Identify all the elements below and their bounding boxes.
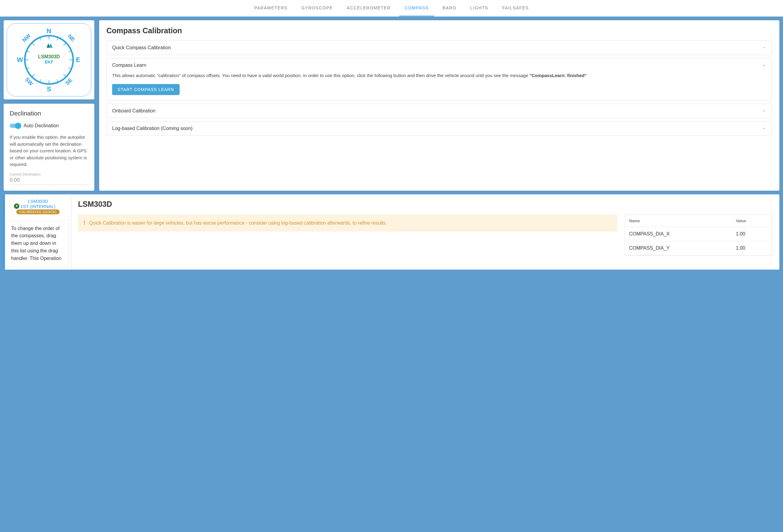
calibration-card: Compass Calibration Quick Compass Calibr… xyxy=(99,20,779,191)
svg-text:E: E xyxy=(76,56,81,63)
accordion-title-quick: Quick Compass Calibration xyxy=(112,45,171,51)
auto-declination-label: Auto Declination xyxy=(24,123,59,128)
svg-line-8 xyxy=(63,74,66,77)
tab-lights[interactable]: LIGHTS xyxy=(465,0,494,16)
accordion-log-based-calibration: Log-based Calibration (Coming soon) xyxy=(106,121,772,136)
calibration-warning: ! Quick Calibration is easier for large … xyxy=(78,215,617,231)
accordion-quick-calibration: Quick Compass Calibration xyxy=(106,40,772,55)
declination-description: If you enable this option, the autopilot… xyxy=(10,134,88,168)
current-declination-label: Current Declination xyxy=(10,172,88,177)
accordion-header-onboard[interactable]: Onboard Calibration xyxy=(107,104,772,118)
declination-card: Declination Auto Declination If you enab… xyxy=(4,104,94,191)
compass-calibration-pill: CALIBRATED (QUICK) xyxy=(16,210,59,214)
tab-failsafes[interactable]: FAILSAFES xyxy=(497,0,534,16)
compass-list-item[interactable]: ⋮⋮ LSM303D 1ST (INTERNAL) CALIBRATED (QU… xyxy=(7,197,69,216)
compass-list: ⋮⋮ LSM303D 1ST (INTERNAL) CALIBRATED (QU… xyxy=(5,194,71,270)
svg-line-5 xyxy=(32,42,34,45)
accordion-title-logbased: Log-based Calibration (Coming soon) xyxy=(112,126,193,131)
accordion-header-quick[interactable]: Quick Compass Calibration xyxy=(107,41,772,55)
compass-detail-title: LSM303D xyxy=(78,200,773,209)
warning-icon: ! xyxy=(84,219,86,226)
svg-text:NE: NE xyxy=(66,33,76,43)
svg-line-6 xyxy=(63,42,66,45)
current-declination-value: 0.00 xyxy=(10,177,88,185)
svg-text:NW: NW xyxy=(21,33,32,43)
calibration-title: Compass Calibration xyxy=(106,26,772,35)
tabs-bar: PARAMETERS GYROSCOPE ACCELEROMETER COMPA… xyxy=(0,0,783,17)
table-header-value: Value xyxy=(731,215,773,227)
param-name: COMPASS_DIA_Y xyxy=(625,241,731,255)
chevron-down-icon xyxy=(762,126,766,131)
compass-detail: LSM303D ! Quick Calibration is easier fo… xyxy=(71,194,779,270)
tab-parameters[interactable]: PARAMETERS xyxy=(249,0,293,16)
sidebar: N S W E NW NE SW SE LSM303D xyxy=(4,20,94,191)
chevron-down-icon xyxy=(762,109,766,113)
accordion-header-learn[interactable]: Compass Learn xyxy=(107,58,772,72)
main-area: N S W E NW NE SW SE LSM303D xyxy=(0,17,783,273)
warning-text: Quick Calibration is easier for large ve… xyxy=(89,219,387,227)
compass-visual-card: N S W E NW NE SW SE LSM303D xyxy=(4,20,94,99)
chevron-up-icon xyxy=(762,63,766,67)
tab-accelerometer[interactable]: ACCELEROMETER xyxy=(341,0,396,16)
accordion-body-learn: This allows automatic "calibration" of c… xyxy=(107,72,772,100)
compass-device-label: LSM303D xyxy=(38,54,60,59)
compass-status-icon xyxy=(14,204,19,209)
compass-learn-description: This allows automatic "calibration" of c… xyxy=(112,72,766,79)
accordion-header-logbased[interactable]: Log-based Calibration (Coming soon) xyxy=(107,122,772,135)
tab-gyroscope[interactable]: GYROSCOPE xyxy=(296,0,338,16)
tab-baro[interactable]: BARO xyxy=(437,0,462,16)
table-header-name: Name xyxy=(625,215,731,227)
compass-item-name: LSM303D xyxy=(8,198,68,204)
svg-text:N: N xyxy=(46,27,52,35)
svg-text:S: S xyxy=(47,85,52,93)
compass-detail-card: ⋮⋮ LSM303D 1ST (INTERNAL) CALIBRATED (QU… xyxy=(4,194,779,270)
compass-mode-label: EKF xyxy=(45,60,53,64)
tab-compass[interactable]: COMPASS xyxy=(399,0,434,16)
accordion-compass-learn: Compass Learn This allows automatic "cal… xyxy=(106,58,772,101)
start-compass-learn-button[interactable]: START COMPASS LEARN xyxy=(112,84,180,95)
table-row: COMPASS_DIA_X 1.00 xyxy=(625,227,773,241)
accordion-title-learn: Compass Learn xyxy=(112,63,146,68)
compass-param-table: Name Value COMPASS_DIA_X 1.00 COMPASS_DI… xyxy=(625,215,773,256)
accordion-title-onboard: Onboard Calibration xyxy=(112,108,155,114)
svg-text:W: W xyxy=(17,56,23,63)
svg-line-7 xyxy=(32,74,34,77)
chevron-down-icon xyxy=(762,45,766,50)
param-value: 1.00 xyxy=(731,241,773,255)
accordion-onboard-calibration: Onboard Calibration xyxy=(106,104,772,118)
compass-rose: N S W E NW NE SW SE LSM303D xyxy=(7,23,91,96)
reorder-instructions: To change the order of the compasses, dr… xyxy=(7,220,69,267)
param-name: COMPASS_DIA_X xyxy=(625,227,731,241)
table-row: COMPASS_DIA_Y 1.00 xyxy=(625,241,773,255)
param-value: 1.00 xyxy=(731,227,773,241)
top-row: N S W E NW NE SW SE LSM303D xyxy=(4,20,779,191)
declination-title: Declination xyxy=(10,110,88,117)
auto-declination-toggle[interactable] xyxy=(10,124,21,128)
